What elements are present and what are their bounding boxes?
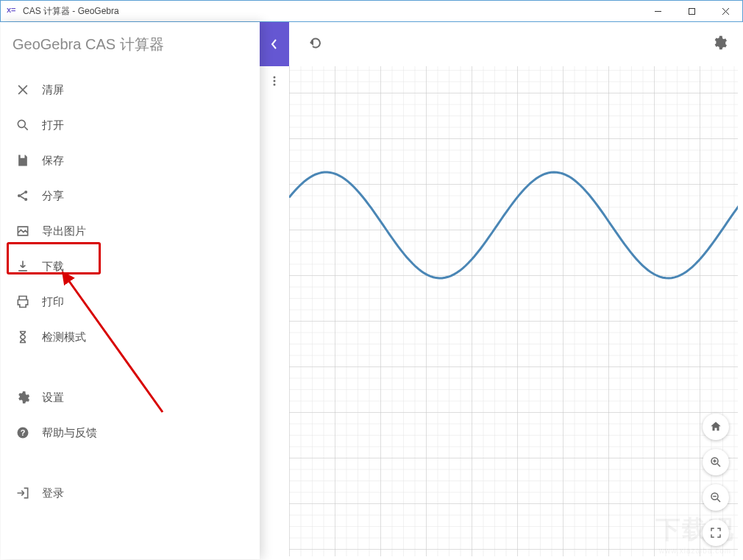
download-icon [15,259,30,274]
close-icon [15,81,38,99]
menu-title: GeoGebra CAS 计算器 [1,22,260,66]
fullscreen-icon [709,526,722,539]
chevron-left-icon [269,39,280,49]
menu-item-label: 帮助与反馈 [42,426,97,440]
search-icon [15,118,30,132]
minimize-button[interactable] [641,1,675,21]
svg-point-11 [18,120,25,127]
menu-item-close[interactable]: 清屏 [1,72,260,107]
menu-item-label: 打印 [42,295,64,309]
window-titlebar: x= CAS 计算器 - GeoGebra [0,0,743,22]
menu-item-label: 打开 [42,118,64,132]
main-menu: GeoGebra CAS 计算器 清屏打开保存分享导出图片下载打印检测模式 设置… [1,22,260,559]
gear-icon [15,389,38,406]
close-button[interactable] [708,1,742,21]
settings-button[interactable] [711,35,728,54]
kebab-icon [269,75,280,87]
menu-item-help[interactable]: ?帮助与反馈 [1,415,260,450]
menu-item-login[interactable]: 登录 [1,475,260,511]
svg-line-16 [21,193,25,195]
save-icon [15,152,38,169]
close-icon [15,82,30,97]
menu-item-hourglass[interactable]: 检测模式 [1,319,260,355]
fullscreen-button[interactable] [703,520,729,546]
more-button[interactable] [260,66,289,96]
svg-point-5 [274,80,276,82]
menu-item-label: 导出图片 [42,224,86,238]
share-icon [15,188,30,203]
menu-item-label: 检测模式 [42,330,86,344]
menu-item-save[interactable]: 保存 [1,143,260,178]
svg-text:?: ? [21,428,26,437]
home-view-button[interactable] [703,414,729,440]
menu-item-search[interactable]: 打开 [1,107,260,143]
graph-view[interactable] [289,47,738,556]
zoom-in-button[interactable] [703,449,729,475]
svg-rect-1 [689,8,694,14]
svg-point-6 [274,84,276,86]
app-toolbar [260,22,742,66]
menu-item-label: 登录 [42,486,64,500]
menu-item-label: 保存 [42,154,64,168]
app-icon: x= [7,5,18,17]
menu-item-share[interactable]: 分享 [1,178,260,213]
undo-button[interactable] [307,35,323,54]
download-icon [15,258,38,275]
menu-item-print[interactable]: 打印 [1,284,260,319]
gear-icon [711,35,728,51]
menu-item-download[interactable]: 下载 [1,249,260,284]
search-icon [15,116,38,134]
undo-icon [307,35,323,51]
curve [289,47,738,556]
home-icon [709,420,722,433]
window-title: CAS 计算器 - GeoGebra [23,5,119,18]
help-icon: ? [15,425,30,440]
image-icon [15,224,30,238]
hourglass-icon [15,330,30,344]
zoom-out-button[interactable] [703,484,729,511]
svg-line-17 [21,196,25,199]
login-icon [15,484,38,502]
menu-item-label: 下载 [42,260,64,274]
menu-item-label: 分享 [42,189,64,203]
image-icon [15,222,38,240]
gear-icon [15,390,30,405]
view-controls [703,414,729,546]
svg-line-22 [717,464,720,467]
print-icon [15,293,38,311]
share-icon [15,187,38,205]
svg-point-4 [274,77,276,79]
help-icon: ? [15,424,38,442]
svg-line-12 [25,127,28,130]
svg-line-26 [717,499,720,502]
print-icon [15,294,30,309]
menu-item-label: 清屏 [42,83,64,97]
maximize-button[interactable] [675,1,708,21]
zoom-out-icon [709,491,722,504]
menu-item-gear[interactable]: 设置 [1,380,260,415]
menu-item-label: 设置 [42,391,64,405]
zoom-in-icon [709,456,722,469]
save-icon [15,153,30,168]
hourglass-icon [15,328,38,346]
login-icon [15,486,30,500]
menu-item-image[interactable]: 导出图片 [1,213,260,249]
menu-back-button[interactable] [260,22,289,66]
